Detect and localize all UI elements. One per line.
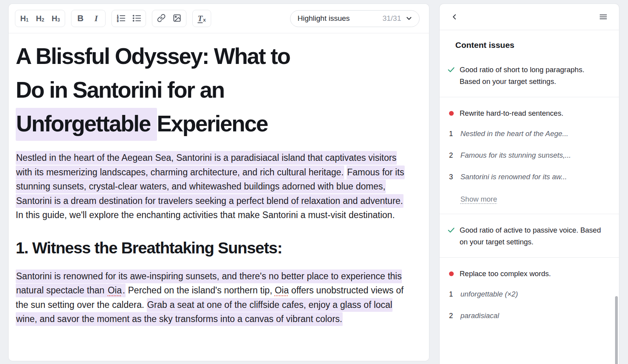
highlighted-text: Unforgettable — [16, 108, 157, 141]
issue-row-paragraph-ratio: Good ratio of short to long paragraphs. … — [440, 54, 619, 97]
editor-toolbar: H1 H2 H3 B I 1 2 — [9, 4, 429, 33]
plain-text: Experience — [157, 111, 268, 136]
issue-item-3[interactable]: 3 Santorini is renowned for its aw... — [449, 173, 607, 181]
check-icon — [447, 64, 455, 87]
insert-button-group — [152, 10, 186, 27]
clear-formatting-button[interactable]: Tx — [194, 11, 209, 25]
highlight-issues-label: Highlight issues — [298, 14, 382, 23]
heading-3-label: H — [51, 15, 57, 22]
document-editor[interactable]: A Blissful Odyssey: What to Do in Santor… — [9, 33, 429, 361]
heading-1-label: H — [20, 15, 26, 22]
list-button-group: 1 2 3 — [111, 10, 146, 27]
issue-item-list: 1 Nestled in the heart of the Aege... 2 … — [440, 129, 619, 214]
bullet-list-button[interactable] — [129, 11, 144, 25]
highlighted-text: Nestled in the heart of the Aegean Sea, … — [16, 151, 397, 179]
clear-formatting-icon: Tx — [197, 14, 206, 24]
misspelled-word: Oia — [275, 285, 289, 295]
heading-2-label: H — [36, 15, 41, 22]
issue-row-complex-words[interactable]: Replace too complex words. — [440, 258, 619, 289]
issue-item-2[interactable]: 2 Famous for its stunning sunsets,... — [449, 151, 607, 160]
doc-paragraph-sunsets[interactable]: Santorini is renowned for its awe-inspir… — [16, 269, 413, 326]
issue-row-hard-to-read[interactable]: Rewrite hard-to-read sentences. — [440, 97, 619, 129]
issue-item-1[interactable]: 1 Nestled in the heart of the Aege... — [449, 129, 607, 138]
italic-button[interactable]: I — [89, 11, 104, 25]
link-button[interactable] — [154, 11, 169, 25]
highlighted-text: . — [122, 284, 125, 297]
chevron-down-icon — [405, 15, 413, 22]
hamburger-menu-icon — [599, 13, 608, 21]
link-icon — [157, 14, 166, 24]
menu-button[interactable] — [597, 11, 610, 23]
toolbar-groups: H1 H2 H3 B I 1 2 — [15, 10, 211, 27]
issue-text: Replace too complex words. — [460, 268, 551, 280]
misspelled-word: Oia — [107, 284, 122, 297]
bullet-list-icon — [132, 14, 141, 24]
back-button[interactable] — [448, 11, 461, 23]
image-icon — [173, 14, 181, 24]
panel-scrollbar-thumb[interactable] — [615, 296, 618, 364]
format-button-group: B I — [71, 10, 106, 27]
plain-text: Perched on the island's northern tip, — [126, 285, 275, 295]
doc-paragraph-intro[interactable]: Nestled in the heart of the Aegean Sea, … — [16, 151, 413, 222]
image-button[interactable] — [170, 11, 184, 25]
issue-item-2[interactable]: 2 paradisiacal — [449, 311, 607, 320]
doc-title[interactable]: A Blissful Odyssey: What to Do in Santor… — [16, 39, 413, 140]
issue-item-1[interactable]: 1 unforgettable (×2) — [449, 290, 607, 298]
highlight-issues-count: 31/31 — [382, 14, 401, 23]
issue-text: Good ratio of short to long paragraphs. … — [460, 64, 606, 87]
editor-panel: H1 H2 H3 B I 1 2 — [9, 4, 429, 361]
heading-2-button[interactable]: H2 — [33, 11, 47, 25]
show-more-link[interactable]: Show more — [460, 195, 497, 204]
bold-button[interactable]: B — [73, 11, 88, 25]
plain-text: In this guide, we'll explore the enchant… — [16, 210, 395, 220]
panel-title: Content issues — [455, 40, 619, 50]
issue-dot-icon — [447, 107, 455, 119]
plain-text: A Blissful Odyssey: What to Do in Santor… — [16, 44, 290, 102]
panel-header — [440, 4, 619, 30]
issue-row-voice-ratio: Good ratio of active to passive voice. B… — [440, 214, 619, 257]
issue-item-list: 1 unforgettable (×2) 2 paradisiacal — [440, 289, 619, 343]
issue-text: Rewrite hard-to-read sentences. — [460, 107, 563, 119]
ordered-list-icon: 1 2 3 — [117, 14, 126, 24]
issue-dot-icon — [447, 268, 455, 280]
heading-3-button[interactable]: H3 — [48, 11, 63, 25]
heading-1-button[interactable]: H1 — [17, 11, 32, 25]
issue-text: Good ratio of active to passive voice. B… — [460, 224, 606, 248]
panel-body: Content issues Good ratio of short to lo… — [440, 30, 619, 343]
highlight-issues-dropdown[interactable]: Highlight issues 31/31 — [290, 10, 420, 27]
check-icon — [447, 224, 455, 248]
ordered-list-button[interactable]: 1 2 3 — [113, 11, 128, 25]
clear-format-group: Tx — [192, 10, 211, 27]
heading-button-group: H1 H2 H3 — [15, 10, 65, 27]
chevron-left-icon — [450, 13, 459, 21]
doc-section-heading[interactable]: 1. Witness the Breathtaking Sunsets: — [16, 239, 413, 257]
svg-text:3: 3 — [117, 19, 119, 22]
content-issues-panel: Content issues Good ratio of short to lo… — [440, 4, 619, 364]
